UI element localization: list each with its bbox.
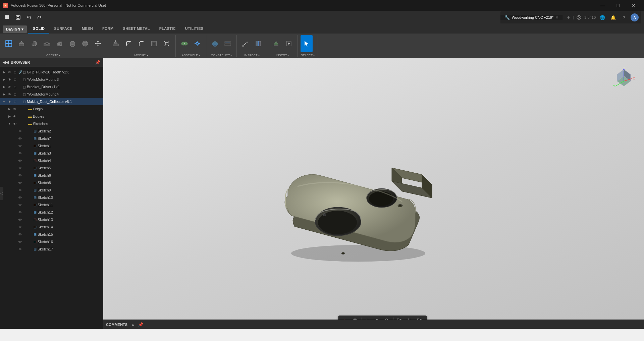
midplane-button[interactable] [222,35,234,52]
close-button[interactable]: ✕ [626,0,641,11]
visibility-makita[interactable]: 👁 [7,100,12,104]
sphere-button[interactable] [79,35,91,52]
visibility-bracket[interactable]: 👁 [7,85,12,89]
save-button[interactable] [13,13,23,22]
tree-item-sketch3[interactable]: 👁 ⊞ Sketch3 [0,150,103,157]
close-tab-button[interactable]: ✕ [555,15,558,20]
view-gizmo[interactable]: X Y Z [610,64,637,91]
tree-item-sketch8[interactable]: 👁 ⊞ Sketch8 [0,179,103,186]
select-tool-button[interactable] [301,35,313,52]
minimize-button[interactable]: — [595,0,610,11]
toggle-gt2[interactable]: ▶ [1,70,7,74]
visibility-sketch12[interactable]: 👁 [17,211,23,214]
visibility-yaxis-motor-4[interactable]: 👁 [7,93,12,96]
visibility-sketch10[interactable]: 👁 [17,196,23,200]
visibility-sketch2[interactable]: 👁 [17,129,23,133]
new-component-button[interactable] [3,35,15,52]
section-analysis-button[interactable] [252,35,264,52]
browser-collapse-btn[interactable]: ◀◀ [3,60,9,65]
user-avatar[interactable]: A [631,13,639,21]
visibility-sketch7[interactable]: 👁 [17,137,23,140]
hole-button[interactable] [41,35,53,52]
tree-item-sketch10[interactable]: 👁 ⊞ Sketch10 [0,194,103,201]
panel-collapse-handle[interactable]: ◁ [0,187,3,200]
visibility-sketch3[interactable]: 👁 [17,152,23,155]
tree-item-sketch15[interactable]: 👁 ⊞ Sketch15 [0,231,103,238]
ribbon-tab-solid[interactable]: SOLID [28,24,49,34]
ribbon-tab-surface[interactable]: SURFACE [49,24,77,34]
toggle-makita[interactable]: ▼ [1,100,7,103]
tree-item-sketch2[interactable]: 👁 ⊞ Sketch2 [0,127,103,135]
visibility-bodies[interactable]: 👁 [12,115,17,118]
insert-svg-button[interactable] [283,35,295,52]
viewport[interactable]: X Y Z [103,58,644,329]
extrude-button[interactable] [15,35,28,52]
joint-button[interactable] [178,35,191,52]
visibility-sketch4[interactable]: 👁 [17,159,23,163]
visibility-sketch13[interactable]: 👁 [17,218,23,222]
tree-item-sketch7[interactable]: 👁 ⊞ Sketch7 [0,135,103,142]
tree-item-origin[interactable]: ▶ 👁 ▬ Origin [0,105,103,113]
tree-item-sketch9[interactable]: 👁 ⊞ Sketch9 [0,186,103,194]
toggle-bodies[interactable]: ▶ [7,115,12,118]
tree-item-sketch5[interactable]: 👁 ⊞ Sketch5 [0,164,103,172]
visibility-sketch8[interactable]: 👁 [17,181,23,185]
grid-icon-button[interactable] [3,13,12,22]
earth-icon[interactable]: 🌐 [598,13,606,21]
tree-item-yaxis-motor-4[interactable]: ▶ 👁 ◻ ◻ YAxisMotorMount:4 [0,91,103,98]
ribbon-tab-form[interactable]: FORM [98,24,118,34]
chamfer-button[interactable] [135,35,147,52]
tree-item-sketches[interactable]: ▼ 👁 ▬ Sketches [0,120,103,127]
design-dropdown[interactable]: DESIGN ▾ [3,25,27,33]
new-tab-button[interactable]: + [567,14,570,20]
tree-item-makita[interactable]: ▼ 👁 ◻ ◻ Makita_Dust_Collector v6:1 [0,98,103,105]
redo-button[interactable] [35,13,44,22]
measure-button[interactable] [239,35,252,52]
tree-item-sketch11[interactable]: 👁 ⊞ Sketch11 [0,201,103,209]
tree-item-sketch13[interactable]: 👁 ⊞ Sketch13 [0,216,103,223]
visibility-sketch1[interactable]: 👁 [17,144,23,148]
tree-item-sketch1[interactable]: 👁 ⊞ Sketch1 [0,142,103,150]
ribbon-tab-sheet-metal[interactable]: SHEET METAL [118,24,155,34]
visibility-sketch6[interactable]: 👁 [17,174,23,177]
visibility-sketch11[interactable]: 👁 [17,203,23,207]
toggle-yaxis-motor-4[interactable]: ▶ [1,93,7,96]
ribbon-tab-mesh[interactable]: MESH [77,24,98,34]
visibility-sketch16[interactable]: 👁 [17,240,23,244]
bell-icon[interactable]: 🔔 [609,13,617,21]
ribbon-tab-plastic[interactable]: PLASTIC [155,24,180,34]
move-button[interactable] [92,35,104,52]
visibility-gt2[interactable]: 👁 [7,70,12,74]
visibility-sketch15[interactable]: 👁 [17,233,23,236]
tree-item-sketch12[interactable]: 👁 ⊞ Sketch12 [0,209,103,216]
tree-item-gt2[interactable]: ▶ 👁 ◻ 🔗 ◻ GT2_Pulley20_Teeth v2:3 [0,68,103,76]
ribbon-tab-utilities[interactable]: UTILITIES [180,24,208,34]
tree-item-yaxis-motor-3[interactable]: ▶ 👁 ◻ ◻ YAxisMotorMount:3 [0,76,103,83]
fillet-button[interactable] [122,35,135,52]
toggle-yaxis-motor-3[interactable]: ▶ [1,78,7,81]
comments-expand-button[interactable]: ▲ [131,322,135,327]
maximize-button[interactable]: □ [610,0,626,11]
tree-item-sketch16[interactable]: 👁 ⊞ Sketch16 [0,238,103,245]
cylinder-button[interactable] [66,35,78,52]
tree-item-sketch14[interactable]: 👁 ⊞ Sketch14 [0,223,103,231]
tree-item-sketch17[interactable]: 👁 ⊞ Sketch17 [0,245,103,253]
press-pull-button[interactable] [110,35,122,52]
doc-tab-active[interactable]: 🔧 Woodworking CNC v219* ✕ [500,15,563,20]
shell-button[interactable] [148,35,160,52]
visibility-sketches[interactable]: 👁 [12,122,17,126]
tree-item-sketch4[interactable]: 👁 ⊞ Sketch4 [0,157,103,164]
undo-button[interactable] [24,13,34,22]
tree-item-bodies[interactable]: ▶ 👁 ▬ Bodies [0,113,103,120]
toggle-sketches[interactable]: ▼ [7,122,12,125]
tree-item-bracket[interactable]: ▶ 👁 ◻ ◻ Bracket_Driver (1):1 [0,83,103,91]
visibility-sketch5[interactable]: 👁 [17,166,23,170]
comments-pin-button[interactable]: 📌 [138,322,143,327]
help-icon[interactable]: ? [620,13,628,21]
toggle-bracket[interactable]: ▶ [1,85,7,89]
scale-button[interactable] [161,35,173,52]
offset-plane-button[interactable] [209,35,221,52]
visibility-origin[interactable]: 👁 [12,107,17,111]
tree-item-sketch6[interactable]: 👁 ⊞ Sketch6 [0,172,103,179]
visibility-sketch9[interactable]: 👁 [17,188,23,192]
